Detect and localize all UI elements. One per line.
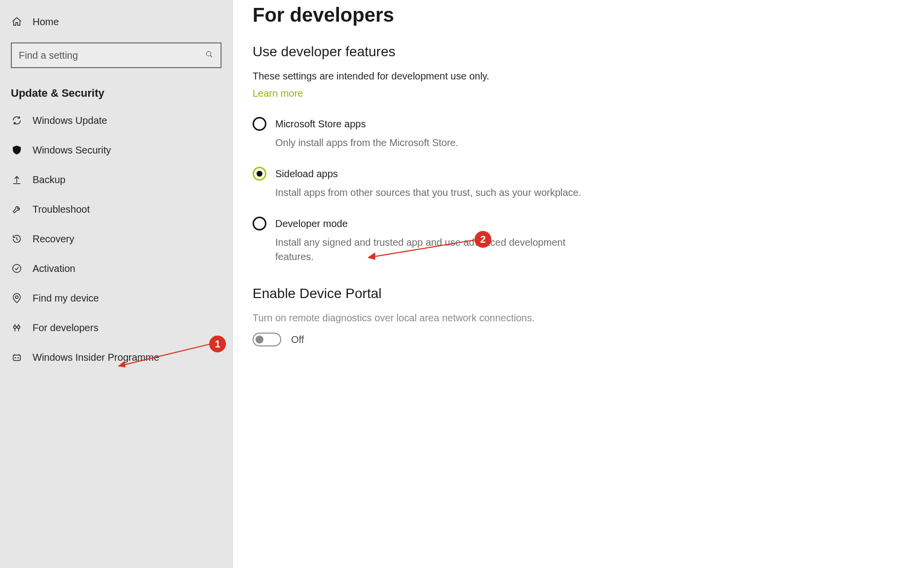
home-icon <box>11 16 23 28</box>
devtools-icon <box>11 322 23 334</box>
shield-icon <box>11 144 23 156</box>
sidebar-item-windows-security[interactable]: Windows Security <box>0 135 232 165</box>
sidebar-section-title: Update & Security <box>0 77 232 106</box>
locate-icon <box>11 292 23 304</box>
sidebar-item-label: For developers <box>33 322 98 334</box>
svg-rect-5 <box>13 355 21 360</box>
radio-label: Sideload apps <box>275 168 338 180</box>
radio-label: Developer mode <box>275 218 348 229</box>
svg-point-2 <box>15 296 18 299</box>
features-description: These settings are intended for developm… <box>253 71 894 82</box>
sidebar-item-troubleshoot[interactable]: Troubleshoot <box>0 194 232 224</box>
svg-point-7 <box>17 357 19 359</box>
sidebar-nav-list: Windows Update Windows Security Backup T… <box>0 106 232 372</box>
sidebar-item-activation[interactable]: Activation <box>0 254 232 283</box>
search-input[interactable]: Find a setting <box>11 42 222 68</box>
sidebar-item-label: Backup <box>33 174 66 186</box>
sidebar: Home Find a setting Update & Security Wi… <box>0 0 233 568</box>
device-portal-toggle-label: Off <box>291 334 304 345</box>
sidebar-item-label: Windows Update <box>33 115 107 126</box>
sidebar-item-label: Recovery <box>33 233 74 245</box>
device-portal-heading: Enable Device Portal <box>253 286 894 302</box>
radio-description: Only install apps from the Microsoft Sto… <box>275 136 588 150</box>
developer-mode-radio-group: Microsoft Store apps Only install apps f… <box>253 117 894 264</box>
main-content: For developers Use developer features Th… <box>233 0 924 568</box>
features-heading: Use developer features <box>253 44 894 60</box>
check-circle-icon <box>11 263 23 274</box>
radio-developer-mode[interactable]: Developer mode Install any signed and tr… <box>253 217 588 264</box>
radio-description: Install any signed and trusted app and u… <box>275 235 588 264</box>
sidebar-item-backup[interactable]: Backup <box>0 165 232 194</box>
sidebar-item-insider[interactable]: Windows Insider Programme <box>0 342 232 372</box>
sidebar-home-label: Home <box>33 16 59 28</box>
radio-sideload-apps[interactable]: Sideload apps Install apps from other so… <box>253 167 588 200</box>
sidebar-item-label: Activation <box>33 263 75 274</box>
svg-point-3 <box>14 326 16 329</box>
svg-point-6 <box>15 357 16 359</box>
search-placeholder: Find a setting <box>19 50 205 61</box>
sidebar-item-label: Windows Security <box>33 145 111 156</box>
sidebar-item-label: Troubleshoot <box>33 204 90 215</box>
radio-icon <box>253 117 266 131</box>
sidebar-item-find-my-device[interactable]: Find my device <box>0 283 232 313</box>
sidebar-item-label: Find my device <box>33 293 99 304</box>
backup-icon <box>11 174 23 186</box>
sidebar-item-label: Windows Insider Programme <box>33 352 159 363</box>
learn-more-link[interactable]: Learn more <box>253 88 303 99</box>
radio-icon <box>253 217 266 230</box>
radio-icon <box>253 167 266 181</box>
search-icon <box>205 50 214 61</box>
radio-label: Microsoft Store apps <box>275 118 366 130</box>
sidebar-item-recovery[interactable]: Recovery <box>0 224 232 254</box>
page-title: For developers <box>253 4 894 26</box>
sync-icon <box>11 114 23 126</box>
history-icon <box>11 233 23 245</box>
device-portal-toggle[interactable] <box>253 333 281 346</box>
sidebar-home[interactable]: Home <box>0 9 232 35</box>
wrench-icon <box>11 203 23 215</box>
device-portal-description: Turn on remote diagnostics over local ar… <box>253 312 894 324</box>
sidebar-item-windows-update[interactable]: Windows Update <box>0 106 232 135</box>
sidebar-item-for-developers[interactable]: For developers <box>0 313 232 342</box>
svg-point-0 <box>206 51 211 56</box>
insider-icon <box>11 351 23 363</box>
svg-point-1 <box>13 265 21 273</box>
radio-description: Install apps from other sources that you… <box>275 186 588 200</box>
radio-microsoft-store-apps[interactable]: Microsoft Store apps Only install apps f… <box>253 117 588 150</box>
svg-point-4 <box>17 326 20 329</box>
